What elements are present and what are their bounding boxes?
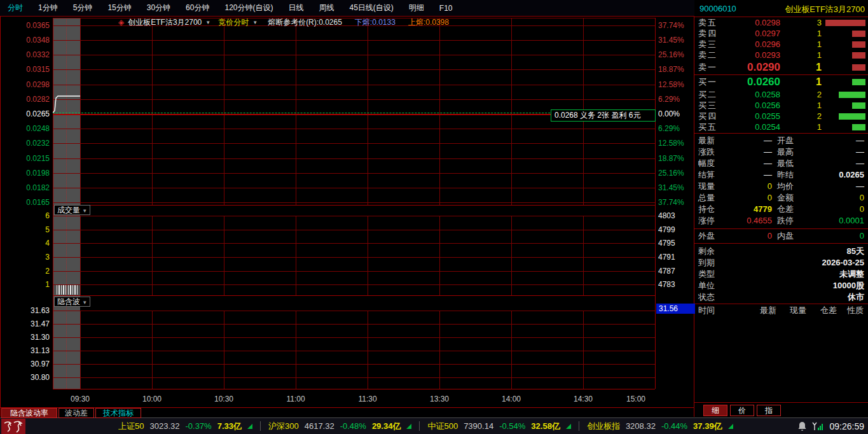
time-axis-label: 11:30 xyxy=(348,395,387,403)
time-axis-label: 09:30 xyxy=(61,395,99,403)
price-axis-label: 0.0248 xyxy=(3,124,50,133)
ask-row-2[interactable]: 卖二 0.0293 1 xyxy=(694,50,868,60)
info-row: 持仓4779 仓差0 xyxy=(694,204,868,215)
iv-vgrid xyxy=(368,311,368,389)
ask-row-5[interactable]: 卖五 0.0298 3 xyxy=(694,17,868,28)
index-csi500[interactable]: 中证500 7390.14 -0.54% 32.58亿 xyxy=(427,421,570,432)
volume-axis-label: 2 xyxy=(3,267,50,276)
ask4-price: 0.0297 xyxy=(726,28,780,39)
price-axis-label: 0.0348 xyxy=(3,36,50,45)
ask2-bar xyxy=(852,52,865,59)
bid1-price: 0.0260 xyxy=(720,75,780,88)
menu-item-detail[interactable]: 明细 xyxy=(409,3,424,13)
tab-tick-detail[interactable]: 细 xyxy=(703,405,727,416)
volume-bar xyxy=(59,285,60,295)
iv-pane-dropdown[interactable]: 隐含波 ▼ xyxy=(54,297,90,307)
bid3-price: 0.0256 xyxy=(726,100,780,111)
time-axis-label: 10:30 xyxy=(205,395,243,403)
ask1-qty: 1 xyxy=(796,60,822,74)
iv-axis-label: 31.30 xyxy=(3,333,50,342)
price-axis-label: 0.0298 xyxy=(3,80,50,89)
pct-axis-label: 31.45% xyxy=(658,183,692,192)
volume-vgrid xyxy=(439,216,440,295)
bid4-bar xyxy=(839,113,865,120)
info-row: 涨停0.4655 跌停0.0001 xyxy=(694,215,868,227)
volume-vgrid xyxy=(296,216,296,295)
index-chinext[interactable]: 创业板指 3208.32 -0.44% 37.39亿 xyxy=(587,421,733,432)
detail-row-expiry: 到期2026-03-25 xyxy=(694,257,868,269)
ask3-price: 0.0296 xyxy=(726,39,780,50)
pct-axis-label: 18.87% xyxy=(658,65,692,74)
ask-row-3[interactable]: 卖三 0.0296 1 xyxy=(694,39,868,50)
ask1-label: 卖一 xyxy=(698,60,717,74)
bid5-bar xyxy=(852,124,865,130)
bid-row-3[interactable]: 买三 0.0256 1 xyxy=(694,100,868,111)
app-logo[interactable] xyxy=(1,419,25,434)
ask2-price: 0.0293 xyxy=(726,50,780,60)
volume-vgrid xyxy=(224,216,224,295)
bid-row-5[interactable]: 买五 0.0254 1 xyxy=(694,122,868,132)
index-strip: 上证50 3023.32 -0.37% 7.33亿 沪深300 4617.32 … xyxy=(118,418,733,434)
tab-price[interactable]: 价 xyxy=(730,405,754,416)
open-interest-label: 4783 xyxy=(658,280,692,289)
iv-vgrid xyxy=(511,311,512,389)
bid-row-1[interactable]: 买一 0.0260 1 xyxy=(694,75,868,88)
status-bar: 上证50 3023.32 -0.37% 7.33亿 沪深300 4617.32 … xyxy=(0,417,868,434)
pct-axis-label: 31.45% xyxy=(658,36,692,45)
iv-vgrid xyxy=(439,311,440,389)
pct-axis-label: 18.87% xyxy=(658,154,692,163)
price-axis-label: 0.0165 xyxy=(3,198,50,207)
up-triangle-icon xyxy=(406,424,411,429)
pct-axis-label: 6.29% xyxy=(658,95,692,104)
time-axis-label: 15:00 xyxy=(617,395,655,403)
menu-item-1min[interactable]: 1分钟 xyxy=(38,3,58,13)
volume-bar xyxy=(61,285,62,295)
menu-item-fenshi[interactable]: 分时 xyxy=(8,3,23,13)
contract-name: 创业板ETF沽3月2700 xyxy=(785,4,865,15)
pane-border xyxy=(53,389,655,389)
iv-vgrid xyxy=(80,311,81,389)
info-row: 现量0 均价— xyxy=(694,181,868,192)
window-left-border xyxy=(0,17,1,417)
ask4-label: 卖四 xyxy=(698,28,717,39)
menu-item-weekly[interactable]: 周线 xyxy=(319,3,334,13)
bid1-label: 买一 xyxy=(698,75,717,88)
iv-gridline xyxy=(53,337,655,338)
price-axis-label: 0.0182 xyxy=(3,183,50,192)
menu-item-30min[interactable]: 30分钟 xyxy=(147,3,170,13)
ask3-qty: 1 xyxy=(796,39,822,50)
quote-panel: 90006010 创业板ETF沽3月2700 卖五 0.0298 3 卖四 0.… xyxy=(694,0,868,417)
tab-index[interactable]: 指 xyxy=(757,405,781,416)
open-interest-label: 4791 xyxy=(658,253,692,262)
time-axis-label: 13:30 xyxy=(420,395,458,403)
bid-row-2[interactable]: 买二 0.0258 2 xyxy=(694,89,868,100)
tab-volatility-diff[interactable]: 波动差 xyxy=(59,408,94,418)
index-csi300[interactable]: 沪深300 4617.32 -0.48% 29.34亿 xyxy=(268,421,411,432)
volume-pane-dropdown[interactable]: 成交量 ▼ xyxy=(54,205,90,215)
volume-gridline xyxy=(53,271,655,272)
price-axis-label: 0.0265 xyxy=(3,109,50,118)
tab-technical-indicator[interactable]: 技术指标 xyxy=(95,408,141,418)
tab-implied-volatility[interactable]: 隐含波动率 xyxy=(1,408,57,418)
menu-item-daily[interactable]: 日线 xyxy=(288,3,303,13)
bid-row-4[interactable]: 买四 0.0255 2 xyxy=(694,111,868,122)
ask-row-1[interactable]: 卖一 0.0290 1 xyxy=(694,60,868,74)
volume-gridline xyxy=(53,243,655,244)
volume-bar xyxy=(70,285,71,295)
ask5-qty: 3 xyxy=(796,17,822,28)
tick-table-header: 时间 最新 现量 仓差 性质 xyxy=(694,305,868,316)
info-row: 涨跌— 最高— xyxy=(694,146,868,158)
menu-item-45day[interactable]: 45日线(自设) xyxy=(349,3,393,13)
menu-item-120min[interactable]: 120分钟(自设) xyxy=(224,3,273,13)
volume-bar xyxy=(68,285,69,295)
menu-item-15min[interactable]: 15分钟 xyxy=(107,3,131,13)
bell-icon[interactable] xyxy=(797,421,807,431)
detail-row-remaining: 剩余85天 xyxy=(694,246,868,257)
menu-item-5min[interactable]: 5分钟 xyxy=(73,3,93,13)
ask-row-4[interactable]: 卖四 0.0297 1 xyxy=(694,28,868,39)
menu-item-f10[interactable]: F10 xyxy=(439,4,453,13)
index-sse50[interactable]: 上证50 3023.32 -0.37% 7.33亿 xyxy=(118,421,252,432)
pct-axis-label: 12.58% xyxy=(658,139,692,148)
pane-border xyxy=(53,205,655,206)
menu-item-60min[interactable]: 60分钟 xyxy=(186,3,209,13)
